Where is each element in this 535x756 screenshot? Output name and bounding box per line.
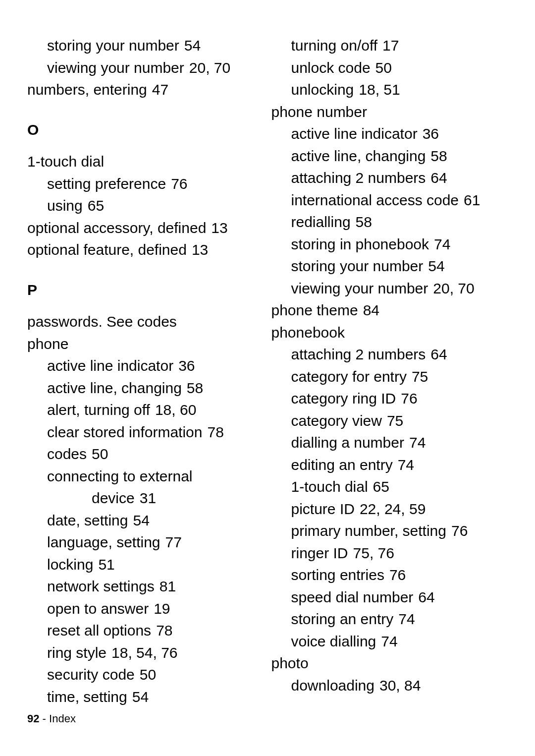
- index-entry: active line, changing58: [27, 377, 264, 400]
- entry-pages: 77: [165, 534, 182, 550]
- section-heading-p: P: [27, 279, 264, 301]
- entry-label: redialling: [291, 214, 351, 230]
- entry-pages: 81: [160, 578, 176, 594]
- index-entry: voice dialling74: [271, 631, 508, 653]
- entry-label: category ring ID: [291, 390, 396, 407]
- entry-pages: 58: [356, 214, 372, 230]
- entry-label: unlock code: [291, 59, 371, 76]
- entry-pages: 22, 24, 59: [360, 501, 426, 517]
- index-entry: active line indicator36: [271, 123, 508, 145]
- page-number: 92: [27, 712, 39, 725]
- footer-section: Index: [49, 712, 76, 725]
- entry-pages: 74: [434, 236, 450, 252]
- index-entry: photo: [271, 652, 508, 675]
- entry-label: turning on/off: [291, 37, 378, 54]
- entry-pages: 78: [156, 622, 172, 639]
- entry-label: speed dial number: [291, 589, 414, 605]
- index-entry: category ring ID76: [271, 388, 508, 410]
- index-entry: speed dial number64: [271, 586, 508, 609]
- entry-label: viewing your number: [47, 59, 184, 76]
- entry-pages: 51: [98, 556, 114, 573]
- index-entry: attaching 2 numbers64: [271, 344, 508, 366]
- entry-pages: 65: [88, 197, 104, 214]
- index-entry: language, setting77: [27, 531, 264, 554]
- entry-label: alert, turning off: [47, 402, 150, 418]
- index-entry: storing in phonebook74: [271, 233, 508, 256]
- entry-pages: 75, 76: [353, 545, 394, 561]
- index-entry: setting preference76: [27, 173, 264, 195]
- entry-pages: 18, 60: [155, 402, 196, 418]
- index-entry: alert, turning off18, 60: [27, 399, 264, 421]
- index-entry: codes50: [27, 443, 264, 465]
- entry-label: open to answer: [47, 600, 149, 617]
- entry-pages: 78: [207, 424, 223, 440]
- entry-label: active line indicator: [47, 357, 173, 374]
- entry-pages: 64: [430, 346, 447, 362]
- entry-label: reset all options: [47, 622, 151, 639]
- entry-pages: 54: [133, 512, 149, 528]
- index-entry: optional feature, defined13: [27, 239, 264, 261]
- see-label: See: [107, 313, 133, 330]
- entry-label: active line, changing: [47, 380, 182, 396]
- entry-label: attaching 2 numbers: [291, 346, 426, 362]
- entry-pages: 75: [387, 412, 403, 429]
- entry-label: storing in phonebook: [291, 236, 429, 252]
- entry-pages: 61: [464, 192, 480, 208]
- entry-label: security code: [47, 666, 135, 683]
- index-entry: viewing your number20, 70: [271, 278, 508, 300]
- entry-label: using: [47, 197, 83, 214]
- entry-pages: 58: [187, 380, 203, 396]
- entry-label: phone number: [271, 104, 367, 120]
- entry-label: dialling a number: [291, 434, 404, 451]
- right-column: turning on/off17 unlock code50 unlocking…: [264, 35, 508, 756]
- entry-label: ringer ID: [291, 545, 348, 561]
- entry-pages: 19: [154, 600, 170, 617]
- entry-label: optional accessory, defined: [27, 220, 206, 236]
- entry-label: international access code: [291, 192, 459, 208]
- entry-pages: 47: [152, 81, 168, 98]
- index-entry: international access code61: [271, 189, 508, 212]
- entry-label: phonebook: [271, 324, 345, 341]
- entry-pages: 75: [412, 368, 428, 385]
- entry-pages: 36: [423, 125, 439, 142]
- index-entry: using65: [27, 195, 264, 217]
- columns: storing your number54 viewing your numbe…: [27, 35, 508, 756]
- entry-label: numbers, entering: [27, 81, 147, 98]
- index-entry: open to answer19: [27, 598, 264, 620]
- index-entry: device31: [27, 487, 264, 510]
- index-entry: reset all options78: [27, 620, 264, 642]
- index-page: storing your number54 viewing your numbe…: [0, 0, 535, 756]
- entry-label: 1-touch dial: [291, 478, 368, 495]
- index-entry: locking51: [27, 554, 264, 576]
- index-entry: category view75: [271, 410, 508, 432]
- index-entry: active line, changing58: [271, 145, 508, 168]
- entry-pages: 64: [418, 589, 434, 605]
- entry-pages: 18, 54, 76: [111, 644, 177, 661]
- index-entry: optional accessory, defined13: [27, 217, 264, 239]
- index-entry: viewing your number20, 70: [27, 57, 264, 79]
- entry-pages: 36: [178, 357, 195, 374]
- index-entry: security code50: [27, 664, 264, 686]
- entry-label: viewing your number: [291, 280, 428, 296]
- entry-label: storing your number: [291, 258, 424, 274]
- index-entry: turning on/off17: [271, 35, 508, 57]
- index-entry: passwords. See codes: [27, 311, 264, 333]
- entry-pages: 17: [382, 37, 399, 54]
- index-entry: phone theme84: [271, 299, 508, 322]
- entry-pages: 65: [373, 478, 389, 495]
- entry-pages: 74: [398, 611, 415, 627]
- index-entry: numbers, entering47: [27, 79, 264, 101]
- entry-pages: 20, 70: [433, 280, 474, 296]
- entry-pages: 50: [92, 446, 108, 462]
- entry-pages: 50: [140, 666, 156, 683]
- index-entry: phone: [27, 333, 264, 355]
- entry-pages: 74: [381, 633, 397, 649]
- section-heading-o: O: [27, 119, 264, 141]
- entry-label: unlocking: [291, 81, 354, 98]
- entry-label: category for entry: [291, 368, 407, 385]
- entry-label: connecting to external: [47, 468, 193, 484]
- index-entry: 1-touch dial65: [271, 476, 508, 498]
- index-entry: network settings81: [27, 576, 264, 598]
- page-footer: 92 - Index: [27, 712, 76, 725]
- entry-pages: 64: [430, 170, 447, 186]
